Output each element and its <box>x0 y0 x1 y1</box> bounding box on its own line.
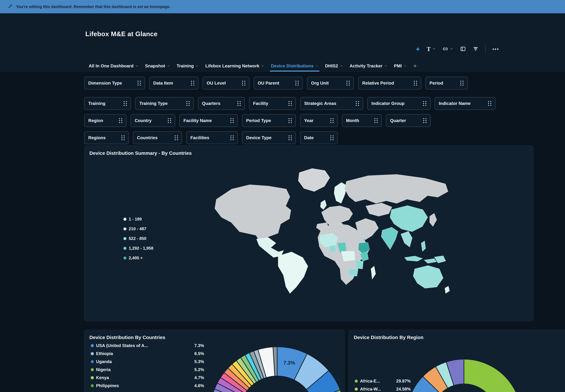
drag-handle-icon[interactable] <box>423 101 426 106</box>
filter-chip-data-item[interactable]: Data Item <box>149 77 198 89</box>
drag-handle-icon[interactable] <box>423 118 426 123</box>
filter-chip-year[interactable]: Year <box>300 114 338 127</box>
tab-snapshot[interactable]: Snapshot <box>145 60 170 71</box>
legend-dot <box>91 368 94 371</box>
legend-value: 29.87% <box>396 379 411 384</box>
filter-chip-indicator-group[interactable]: Indicator Group <box>367 97 430 110</box>
card-device-distribution-summary[interactable]: Device Distribution Summary - By Countri… <box>84 145 533 321</box>
chevron-down-icon <box>261 64 264 67</box>
tab-pmi[interactable]: PMI <box>394 60 406 71</box>
tab-lifebox-learning-network[interactable]: Lifebox Learning Network <box>205 60 264 71</box>
filter-chip-period[interactable]: Period <box>425 77 468 89</box>
world-map[interactable] <box>201 158 458 297</box>
filter-chip-label: Indicator Group <box>371 101 405 106</box>
drag-handle-icon[interactable] <box>356 101 359 106</box>
map-russia <box>345 174 448 203</box>
more-options-button[interactable]: ••• <box>493 47 499 52</box>
drag-handle-icon[interactable] <box>186 101 190 106</box>
card-device-distribution-by-region[interactable]: Device Distribution By Region Africa-E..… <box>348 330 565 392</box>
countries-legend-item: Kenya4.7% <box>91 375 224 380</box>
chevron-down-icon <box>167 64 170 67</box>
filter-chip-org-unit[interactable]: Org Unit <box>307 77 354 89</box>
filter-chip-facility[interactable]: Facility <box>249 97 296 110</box>
drag-handle-icon[interactable] <box>289 118 292 123</box>
page-title[interactable]: Lifebox M&E at Glance <box>85 30 158 38</box>
filter-chip-label: OU Level <box>207 81 226 85</box>
filter-chip-row: RegionsCountriesFacilitiesDevice TypeDat… <box>84 131 338 144</box>
drag-handle-icon[interactable] <box>191 81 194 85</box>
filter-chip-quarter[interactable]: Quarter <box>386 114 431 127</box>
filter-chip-country[interactable]: Country <box>131 114 175 127</box>
legend-dot <box>91 344 94 347</box>
drag-handle-icon[interactable] <box>488 101 491 106</box>
drag-handle-icon[interactable] <box>124 101 127 106</box>
filter-chip-month[interactable]: Month <box>342 114 382 127</box>
drag-handle-icon[interactable] <box>168 118 171 123</box>
drag-handle-icon[interactable] <box>237 101 241 106</box>
filter-chip-ou-level[interactable]: OU Level <box>203 77 249 89</box>
map-zambia-malawi <box>349 269 358 276</box>
filter-chip-regions[interactable]: Regions <box>84 131 129 144</box>
map-legend-item: 1,292 - 1,958 <box>123 246 153 251</box>
card-device-distribution-by-countries[interactable]: Device Distribution By Countries USA (Un… <box>84 330 345 392</box>
legend-value: 6.5% <box>194 351 204 356</box>
legend-label: Ethiopia <box>96 351 192 356</box>
drag-handle-icon[interactable] <box>330 135 333 140</box>
add-question-button[interactable]: + <box>416 46 420 53</box>
filter-chip-training-type[interactable]: Training Type <box>135 97 194 110</box>
countries-legend-item: USA (United States of A...7.3% <box>91 343 224 348</box>
add-text-button[interactable]: T <box>427 46 436 52</box>
filter-chip-training[interactable]: Training <box>84 97 131 110</box>
filter-chip-facilities[interactable]: Facilities <box>186 131 238 144</box>
drag-handle-icon[interactable] <box>138 81 141 85</box>
drag-handle-icon[interactable] <box>414 81 417 85</box>
add-filter-button[interactable] <box>473 46 478 52</box>
drag-handle-icon[interactable] <box>374 118 378 123</box>
filter-chip-date[interactable]: Date <box>300 131 338 144</box>
legend-value: 7.3% <box>194 343 204 348</box>
filter-chip-relative-period[interactable]: Relative Period <box>358 77 421 89</box>
chevron-down-icon <box>315 64 318 67</box>
drag-handle-icon[interactable] <box>289 135 292 140</box>
banner-message: You're editing this dashboard. Remember … <box>16 4 171 9</box>
drag-handle-icon[interactable] <box>242 81 245 85</box>
add-link-button[interactable] <box>442 46 453 52</box>
pie-legend: USA (United States of A...7.3%Ethiopia6.… <box>91 343 224 388</box>
filter-chip-dimension-type[interactable]: Dimension Type <box>84 77 145 89</box>
drag-handle-icon[interactable] <box>460 81 464 85</box>
filter-chip-period-type[interactable]: Period Type <box>242 114 296 127</box>
filter-chip-region[interactable]: Region <box>84 114 126 127</box>
drag-handle-icon[interactable] <box>330 118 333 123</box>
drag-handle-icon[interactable] <box>121 135 125 140</box>
filter-chip-device-type[interactable]: Device Type <box>242 131 296 144</box>
drag-handle-icon[interactable] <box>295 81 299 85</box>
drag-handle-icon[interactable] <box>175 135 178 140</box>
tab-dhis2[interactable]: DHIS2 <box>325 60 343 71</box>
legend-value: 5.3% <box>194 359 204 364</box>
donut-slice[interactable] <box>464 359 521 392</box>
map-legend: 1 - 189210 - 487522 - 8501,292 - 1,9582,… <box>123 217 153 260</box>
drag-handle-icon[interactable] <box>231 135 234 140</box>
chevron-down-icon <box>404 64 406 67</box>
text-icon: T <box>427 46 431 52</box>
link-icon <box>442 46 448 52</box>
add-section-button[interactable] <box>460 46 466 52</box>
filter-chip-indicator-name[interactable]: Indicator Name <box>435 97 495 110</box>
drag-handle-icon[interactable] <box>289 101 292 106</box>
tab-device-distributions[interactable]: Device Distributions <box>271 60 318 71</box>
filter-chip-strategic-areas[interactable]: Strategic Areas <box>300 97 363 110</box>
tab-all-in-one-dashboard[interactable]: All In One Dashboard <box>89 60 138 71</box>
map-legend-item: 1 - 189 <box>123 217 153 222</box>
filter-chip-countries[interactable]: Countries <box>133 131 182 144</box>
tab-activity-tracker[interactable]: Activity Tracker <box>350 60 387 71</box>
tab-training[interactable]: Training <box>177 60 199 71</box>
drag-handle-icon[interactable] <box>347 81 350 85</box>
filter-chip-label: Strategic Areas <box>304 101 336 106</box>
filter-chip-quarters[interactable]: Quarters <box>198 97 245 110</box>
drag-handle-icon[interactable] <box>119 118 122 123</box>
drag-handle-icon[interactable] <box>231 118 234 123</box>
filter-chip-facility-name[interactable]: Facility Name <box>179 114 238 127</box>
add-tab-button[interactable]: + <box>413 63 417 69</box>
filter-chip-ou-parent[interactable]: OU Parent <box>254 77 303 89</box>
card-title: Device Distribution By Countries <box>89 335 165 340</box>
